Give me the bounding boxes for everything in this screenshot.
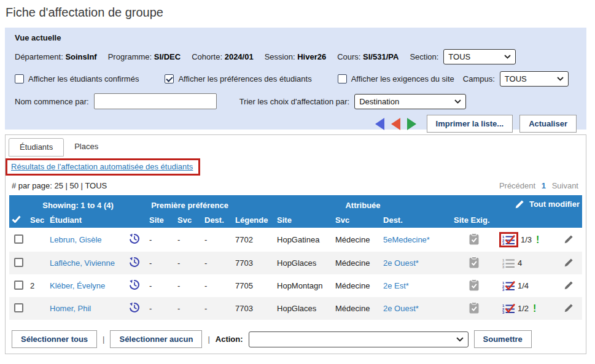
programme-field: Programme: SI/DEC [108,52,181,61]
history-icon[interactable] [128,256,141,268]
pagination-next[interactable]: Suivant [552,181,578,190]
assigned-dest-link[interactable]: 2e Est* [383,281,409,290]
col-pref-svc: Svc [175,212,202,228]
assigned-dest-link[interactable]: 5eMedecine* [383,235,430,244]
context-info-row: Département: SoinsInf Programme: SI/DEC … [15,49,577,64]
per-page-all[interactable]: TOUS [85,181,107,190]
tab-places[interactable]: Places [64,138,109,157]
section-select[interactable]: TOUS [443,49,516,64]
edit-pencil-icon[interactable] [564,303,574,313]
nav-back-red-arrow-icon[interactable] [391,118,400,130]
svg-text:3: 3 [502,288,505,291]
campus-select[interactable]: TOUS [500,71,569,87]
show-confirmed-checkbox[interactable]: Afficher les étudiants confirmés [15,74,139,83]
action-select[interactable] [249,331,469,347]
checkbox-icon[interactable] [338,74,347,83]
row-checkbox[interactable] [14,234,23,244]
svg-text:3: 3 [502,242,505,245]
current-view-panel: Vue actuelle Département: SoinsInf Progr… [5,28,586,130]
svg-text:3: 3 [502,311,505,314]
select-all-check-icon[interactable] [9,212,28,228]
edit-pencil-icon[interactable] [564,280,574,290]
action-label: Action: [216,335,243,344]
page-title: Fiche d'affectation de groupe [6,6,595,20]
choices-ratio: 4 [518,258,522,268]
show-site-requirements-checkbox[interactable]: Afficher les exigences du site [338,74,454,83]
per-page-control: # par page: 25 | 50 | TOUS [12,181,107,190]
assigned-dest-link[interactable]: 2e Ouest* [383,304,419,313]
alert-exclamation-icon: ! [533,303,536,314]
edit-pencil-icon[interactable] [564,257,574,268]
name-filter-label: Nom commence par: [15,97,89,106]
group-assigned: Attribuée [274,195,451,212]
history-icon[interactable] [128,233,141,245]
table-row: Lebrun, Gisèle - - - 7702 HopGatinea Méd… [9,228,582,252]
row-checkbox[interactable] [14,281,23,290]
tabs-widget: Étudiants Places Résultats de l'affectat… [5,134,586,354]
clipboard-check-icon [469,233,479,245]
panel-title: Vue actuelle [15,33,577,42]
table-group-header-row: Showing: 1 to 4 (4) Première préférence … [9,195,582,212]
student-link[interactable]: Homer, Phil [50,304,91,313]
show-preferences-checkbox[interactable]: Afficher les préférences des étudiants [165,74,311,83]
section-label: Section: [410,52,438,61]
nav-back-blue-arrow-icon[interactable] [375,118,384,130]
col-asgn-site: Site [274,212,333,228]
student-link[interactable]: Lebrun, Gisèle [50,235,102,244]
choices-ratio: 1/4 [518,281,529,290]
sort-label: Trier les choix d'affectation par: [239,97,350,106]
history-icon[interactable] [128,301,141,314]
edit-all-header[interactable]: Tout modifier [497,195,582,212]
assigned-dest-link[interactable]: 2e Ouest* [383,258,419,268]
select-none-button[interactable]: Sélectionner aucun [110,330,202,348]
per-page-50[interactable]: 50 [70,181,79,190]
col-student: Étudiant [47,212,126,228]
student-link[interactable]: Laflèche, Vivienne [50,258,115,268]
svg-text:3: 3 [502,265,505,268]
per-page-25[interactable]: 25 [54,181,63,190]
campus-label: Campus: [463,74,495,83]
col-asgn-svc: Svc [333,212,381,228]
pagination-current-page[interactable]: 1 [542,181,546,190]
cohorte-field: Cohorte: 2024/01 [192,52,254,61]
sort-select[interactable]: Destination [354,94,466,109]
clipboard-check-icon [469,279,479,291]
ordered-list-checked-icon: 123 [502,234,515,245]
history-icon[interactable] [128,279,141,291]
table-row: Homer, Phil - - - 7703 HopGlaces Médecin… [9,297,582,320]
chevron-down-icon [456,337,464,342]
select-all-button[interactable]: Sélectionner tous [12,330,97,348]
nav-forward-green-arrow-icon[interactable] [407,118,416,130]
choices-ratio: 1/3 [521,235,532,244]
annotation-red-box: 123 [499,232,518,247]
pagination-previous[interactable]: Précédent [499,181,535,190]
submit-button[interactable]: Soumettre [474,330,532,348]
list-controls-row: # par page: 25 | 50 | TOUS Précédent 1 S… [12,181,578,190]
ordered-list-icon: 123 [502,258,515,268]
col-pref-dest: Dest. [202,212,233,228]
col-site-req: Site Exig. [451,212,497,228]
table-row: Laflèche, Vivienne - - - 7703 HopGlaces … [9,252,582,274]
student-link[interactable]: Kléber, Évelyne [50,281,105,290]
checkbox-icon[interactable] [15,74,24,83]
row-checkbox[interactable] [14,303,23,312]
col-pref-site: Site [147,212,175,228]
students-table: Showing: 1 to 4 (4) Première préférence … [9,195,582,320]
group-first-preference: Première préférence [147,195,233,212]
row-checkbox[interactable] [14,258,23,267]
ordered-list-checked-icon: 123 [502,281,515,291]
checkbox-icon[interactable] [165,74,174,83]
ordered-list-checked-icon: 123 [502,303,515,314]
col-sec: Sec [28,212,47,228]
auto-assignment-results-link[interactable]: Résultats de l'affectation automatisée d… [11,162,193,171]
bulk-actions-row: Sélectionner tous | Sélectionner aucun |… [12,330,580,348]
clipboard-check-icon [469,302,479,314]
print-list-button[interactable]: Imprimer la liste... [427,115,513,133]
tab-strip: Étudiants Places [6,135,586,157]
table-column-header-row: Sec Étudiant Site Svc Dest. Légende Site… [9,212,582,228]
chevron-down-icon [557,77,564,81]
name-filter-input[interactable] [94,93,217,109]
edit-pencil-icon[interactable] [564,234,574,244]
refresh-button[interactable]: Actualiser [519,115,577,133]
tab-etudiants[interactable]: Étudiants [9,138,64,157]
